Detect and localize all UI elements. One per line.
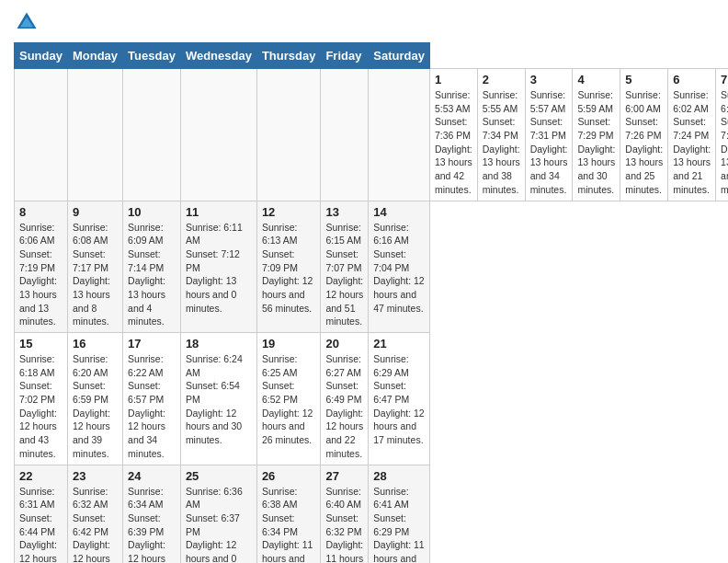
sunrise-9: Sunrise: 6:08 AM <box>73 222 108 247</box>
weekday-thursday: Thursday <box>256 43 321 69</box>
daylight-16: Daylight: 12 hours and 39 minutes. <box>73 408 110 459</box>
day-cell-5: 5Sunrise: 6:00 AMSunset: 7:26 PMDaylight… <box>620 69 668 201</box>
daylight-8: Daylight: 13 hours and 13 minutes. <box>19 275 57 327</box>
sunset-8: Sunset: 7:19 PM <box>19 248 55 273</box>
weekday-friday: Friday <box>321 43 369 69</box>
day-number-13: 13 <box>325 205 363 219</box>
sunrise-15: Sunrise: 6:18 AM <box>19 353 55 378</box>
sunrise-23: Sunrise: 6:32 AM <box>73 486 108 511</box>
sunrise-8: Sunrise: 6:06 AM <box>19 222 55 247</box>
weekday-header-row: SundayMondayTuesdayWednesdayThursdayFrid… <box>15 43 729 69</box>
calendar-body: 1Sunrise: 5:53 AMSunset: 7:36 PMDaylight… <box>15 69 729 564</box>
daylight-3: Daylight: 13 hours and 34 minutes. <box>530 144 568 195</box>
day-number-18: 18 <box>186 337 252 350</box>
day-info-22: Sunrise: 6:31 AMSunset: 6:44 PMDaylight:… <box>19 485 63 564</box>
sunrise-20: Sunrise: 6:27 AM <box>325 353 361 378</box>
day-info-28: Sunrise: 6:41 AMSunset: 6:29 PMDaylight:… <box>373 485 425 564</box>
sunrise-17: Sunrise: 6:22 AM <box>128 353 164 378</box>
sunrise-10: Sunrise: 6:09 AM <box>128 222 164 247</box>
calendar-table: SundayMondayTuesdayWednesdayThursdayFrid… <box>14 42 728 563</box>
sunset-26: Sunset: 6:34 PM <box>262 512 298 537</box>
day-number-9: 9 <box>73 205 118 219</box>
day-info-4: Sunrise: 5:59 AMSunset: 7:29 PMDaylight:… <box>577 88 615 197</box>
day-info-23: Sunrise: 6:32 AMSunset: 6:42 PMDaylight:… <box>73 485 118 564</box>
day-info-13: Sunrise: 6:15 AMSunset: 7:07 PMDaylight:… <box>325 221 363 329</box>
daylight-22: Daylight: 12 hours and 13 minutes. <box>19 539 57 563</box>
daylight-23: Daylight: 12 hours and 9 minutes. <box>73 539 110 563</box>
weekday-sunday: Sunday <box>15 43 68 69</box>
empty-day-cell <box>67 69 122 201</box>
day-info-6: Sunrise: 6:02 AMSunset: 7:24 PMDaylight:… <box>673 88 711 197</box>
daylight-5: Daylight: 13 hours and 25 minutes. <box>625 144 663 195</box>
day-number-20: 20 <box>325 337 363 350</box>
day-info-3: Sunrise: 5:57 AMSunset: 7:31 PMDaylight:… <box>530 88 568 197</box>
day-cell-11: 11Sunrise: 6:11 AMSunset: 7:12 PMDayligh… <box>180 201 256 333</box>
sunset-4: Sunset: 7:29 PM <box>577 116 613 141</box>
day-cell-10: 10Sunrise: 6:09 AMSunset: 7:14 PMDayligh… <box>123 201 181 333</box>
daylight-9: Daylight: 13 hours and 8 minutes. <box>73 275 110 327</box>
weekday-monday: Monday <box>67 43 122 69</box>
sunrise-28: Sunrise: 6:41 AM <box>373 486 409 511</box>
sunrise-16: Sunrise: 6:20 AM <box>73 353 108 378</box>
empty-day-cell <box>256 69 321 201</box>
daylight-4: Daylight: 13 hours and 30 minutes. <box>577 144 615 195</box>
day-info-8: Sunrise: 6:06 AMSunset: 7:19 PMDaylight:… <box>19 221 63 329</box>
daylight-6: Daylight: 13 hours and 21 minutes. <box>673 144 711 195</box>
calendar-week-2: 8Sunrise: 6:06 AMSunset: 7:19 PMDaylight… <box>15 201 729 333</box>
day-number-8: 8 <box>19 205 63 219</box>
empty-day-cell <box>180 69 256 201</box>
sunset-11: Sunset: 7:12 PM <box>186 248 240 273</box>
daylight-18: Daylight: 12 hours and 30 minutes. <box>186 408 242 445</box>
sunset-27: Sunset: 6:32 PM <box>325 512 361 537</box>
daylight-27: Daylight: 11 hours and 52 minutes. <box>325 539 363 563</box>
day-info-20: Sunrise: 6:27 AMSunset: 6:49 PMDaylight:… <box>325 352 363 461</box>
day-info-24: Sunrise: 6:34 AMSunset: 6:39 PMDaylight:… <box>128 485 176 564</box>
day-cell-8: 8Sunrise: 6:06 AMSunset: 7:19 PMDaylight… <box>15 201 68 333</box>
sunset-16: Sunset: 6:59 PM <box>73 380 108 405</box>
sunset-1: Sunset: 7:36 PM <box>435 116 471 141</box>
day-info-18: Sunrise: 6:24 AMSunset: 6:54 PMDaylight:… <box>186 352 252 447</box>
day-number-11: 11 <box>186 205 252 219</box>
day-info-7: Sunrise: 6:04 AMSunset: 7:21 PMDaylight:… <box>721 88 728 197</box>
daylight-2: Daylight: 13 hours and 38 minutes. <box>483 144 520 195</box>
day-info-17: Sunrise: 6:22 AMSunset: 6:57 PMDaylight:… <box>128 352 176 461</box>
sunrise-4: Sunrise: 5:59 AM <box>577 89 613 114</box>
day-number-5: 5 <box>625 73 663 86</box>
day-cell-12: 12Sunrise: 6:13 AMSunset: 7:09 PMDayligh… <box>256 201 321 333</box>
daylight-13: Daylight: 12 hours and 51 minutes. <box>325 275 363 327</box>
day-number-3: 3 <box>530 73 568 86</box>
day-cell-22: 22Sunrise: 6:31 AMSunset: 6:44 PMDayligh… <box>15 465 68 563</box>
day-info-2: Sunrise: 5:55 AMSunset: 7:34 PMDaylight:… <box>483 88 520 197</box>
day-number-19: 19 <box>262 337 316 350</box>
day-info-5: Sunrise: 6:00 AMSunset: 7:26 PMDaylight:… <box>625 88 663 197</box>
sunset-12: Sunset: 7:09 PM <box>262 248 298 273</box>
header <box>14 9 714 35</box>
sunset-14: Sunset: 7:04 PM <box>373 248 409 273</box>
day-number-1: 1 <box>435 73 472 86</box>
sunrise-27: Sunrise: 6:40 AM <box>325 486 361 511</box>
day-info-15: Sunrise: 6:18 AMSunset: 7:02 PMDaylight:… <box>19 352 63 461</box>
empty-day-cell <box>369 69 430 201</box>
sunset-2: Sunset: 7:34 PM <box>483 116 518 141</box>
day-number-28: 28 <box>373 469 425 483</box>
empty-day-cell <box>15 69 68 201</box>
sunset-25: Sunset: 6:37 PM <box>186 512 240 537</box>
day-cell-4: 4Sunrise: 5:59 AMSunset: 7:29 PMDaylight… <box>573 69 620 201</box>
sunrise-11: Sunrise: 6:11 AM <box>186 222 243 247</box>
sunset-19: Sunset: 6:52 PM <box>262 380 298 405</box>
day-number-12: 12 <box>262 205 316 219</box>
daylight-1: Daylight: 13 hours and 42 minutes. <box>435 144 472 195</box>
sunrise-21: Sunrise: 6:29 AM <box>373 353 409 378</box>
day-number-26: 26 <box>262 469 316 483</box>
daylight-17: Daylight: 12 hours and 34 minutes. <box>128 408 165 459</box>
day-number-24: 24 <box>128 469 176 483</box>
weekday-wednesday: Wednesday <box>180 43 256 69</box>
day-cell-17: 17Sunrise: 6:22 AMSunset: 6:57 PMDayligh… <box>123 333 181 465</box>
sunrise-6: Sunrise: 6:02 AM <box>673 89 709 114</box>
sunrise-12: Sunrise: 6:13 AM <box>262 222 298 247</box>
day-info-11: Sunrise: 6:11 AMSunset: 7:12 PMDaylight:… <box>186 221 252 316</box>
day-info-21: Sunrise: 6:29 AMSunset: 6:47 PMDaylight:… <box>373 352 425 447</box>
sunset-23: Sunset: 6:42 PM <box>73 512 108 537</box>
daylight-25: Daylight: 12 hours and 0 minutes. <box>186 539 236 563</box>
daylight-20: Daylight: 12 hours and 22 minutes. <box>325 408 363 459</box>
